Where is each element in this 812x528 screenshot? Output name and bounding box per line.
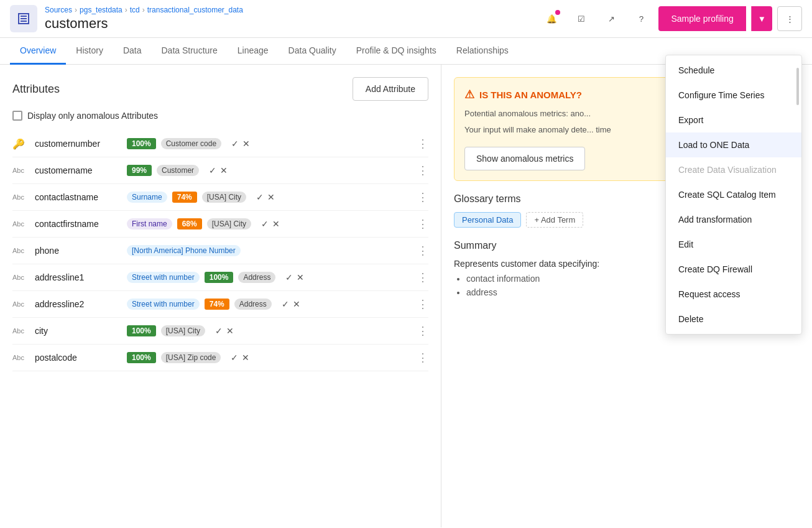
- attr-actions: ✓ ✕: [231, 139, 250, 149]
- filter-label: Display only anomalous Attributes: [27, 111, 158, 121]
- check-button[interactable]: ✓: [256, 192, 264, 202]
- sample-profiling-button[interactable]: Sample profiling: [658, 6, 745, 31]
- dropdown-schedule[interactable]: Schedule: [666, 58, 801, 83]
- attr-name: customername: [35, 165, 122, 175]
- dropdown-edit[interactable]: Edit: [666, 232, 801, 257]
- breadcrumb-pgs[interactable]: pgs_testdata: [80, 6, 122, 14]
- tasks-button[interactable]: ☑: [569, 6, 594, 31]
- row-more-icon[interactable]: ⋮: [417, 324, 428, 338]
- row-more-icon[interactable]: ⋮: [417, 164, 428, 177]
- tab-lineage[interactable]: Lineage: [228, 38, 279, 65]
- attr-actions: ✓ ✕: [215, 326, 234, 336]
- check-button[interactable]: ✓: [215, 326, 223, 336]
- show-anomalous-button[interactable]: Show anomalous metrics: [464, 147, 585, 170]
- question-icon: ?: [639, 14, 644, 24]
- share-button[interactable]: ↗: [599, 6, 624, 31]
- scrollbar: [796, 68, 799, 105]
- attr-actions: ✓ ✕: [282, 299, 300, 309]
- share-icon: ↗: [608, 14, 615, 24]
- attr-name: contactlastname: [35, 192, 122, 202]
- x-button[interactable]: ✕: [272, 219, 280, 229]
- check-button[interactable]: ✓: [231, 353, 238, 363]
- x-button[interactable]: ✕: [267, 192, 275, 202]
- attr-tag: Address: [234, 299, 272, 310]
- attr-actions: ✓ ✕: [285, 272, 304, 282]
- check-button[interactable]: ✓: [282, 299, 289, 309]
- notifications-button[interactable]: 🔔: [539, 6, 564, 31]
- tab-history[interactable]: History: [66, 38, 113, 65]
- dropdown-menu: Schedule Configure Time Series Export Lo…: [665, 55, 802, 335]
- attr-row-contactfirstname: Abc contactfirstname First name 68% [USA…: [12, 211, 428, 238]
- dropdown-create-sql-catalog[interactable]: Create SQL Catalog Item: [666, 182, 801, 207]
- row-more-icon[interactable]: ⋮: [417, 271, 428, 284]
- dropdown-create-dq-firewall[interactable]: Create DQ Firewall: [666, 257, 801, 282]
- attr-actions: ✓ ✕: [209, 165, 228, 175]
- attr-tag: [USA] City: [161, 325, 205, 336]
- row-more-icon[interactable]: ⋮: [417, 190, 428, 204]
- more-options-button[interactable]: ⋮: [777, 6, 802, 31]
- add-term-button[interactable]: + Add Term: [526, 212, 583, 228]
- score-badge: 100%: [127, 138, 156, 149]
- dropdown-export[interactable]: Export: [666, 108, 801, 132]
- glossary-tag-personal-data[interactable]: Personal Data: [454, 212, 521, 228]
- x-button[interactable]: ✕: [293, 299, 300, 309]
- dropdown-request-access[interactable]: Request access: [666, 282, 801, 307]
- attr-row-contactlastname: Abc contactlastname Surname 74% [USA] Ci…: [12, 184, 428, 211]
- table-icon: [10, 5, 37, 32]
- dropdown-add-transformation[interactable]: Add transformation: [666, 207, 801, 232]
- breadcrumb-sources[interactable]: Sources: [45, 6, 72, 14]
- x-button[interactable]: ✕: [226, 326, 234, 336]
- row-more-icon[interactable]: ⋮: [417, 297, 428, 311]
- check-button[interactable]: ✓: [285, 272, 293, 282]
- breadcrumb-tcd[interactable]: tcd: [130, 6, 140, 14]
- key-icon: 🔑: [12, 138, 30, 150]
- row-more-icon[interactable]: ⋮: [417, 137, 428, 151]
- anomalous-filter-checkbox[interactable]: [12, 111, 22, 121]
- header-actions: 🔔 ☑ ↗ ? Sample profiling ▼ ⋮: [539, 6, 802, 31]
- attr-tag: Customer: [157, 165, 199, 176]
- row-more-icon[interactable]: ⋮: [417, 244, 428, 257]
- attributes-header: Attributes Add Attribute: [12, 77, 428, 101]
- tab-data[interactable]: Data: [113, 38, 152, 65]
- label-tag: Street with number: [127, 272, 200, 283]
- check-button[interactable]: ✓: [261, 219, 269, 229]
- attr-tag: Customer code: [161, 138, 221, 149]
- label-tag: First name: [127, 218, 172, 229]
- tab-data-quality[interactable]: Data Quality: [279, 38, 346, 65]
- attr-row-addressline1: Abc addressline1 Street with number 100%…: [12, 264, 428, 291]
- check-button[interactable]: ✓: [209, 165, 216, 175]
- attributes-panel: Attributes Add Attribute Display only an…: [0, 65, 441, 527]
- header: Sources › pgs_testdata › tcd › transacti…: [0, 0, 812, 38]
- row-more-icon[interactable]: ⋮: [417, 351, 428, 364]
- help-button[interactable]: ?: [629, 6, 653, 31]
- tab-data-structure[interactable]: Data Structure: [152, 38, 228, 65]
- add-attribute-button[interactable]: Add Attribute: [353, 77, 428, 101]
- title-area: Sources › pgs_testdata › tcd › transacti…: [45, 6, 532, 32]
- attr-actions: ✓ ✕: [261, 219, 280, 229]
- attr-tag: Address: [238, 272, 275, 283]
- score-badge: 99%: [127, 165, 152, 176]
- check-button[interactable]: ✓: [231, 139, 239, 149]
- x-button[interactable]: ✕: [220, 165, 228, 175]
- tab-overview[interactable]: Overview: [10, 38, 66, 65]
- chevron-down-icon: ▼: [758, 14, 766, 24]
- x-button[interactable]: ✕: [297, 272, 304, 282]
- attr-tag: [USA] City: [202, 192, 246, 203]
- x-button[interactable]: ✕: [242, 139, 250, 149]
- attr-tag: [USA] Zip code: [161, 352, 221, 363]
- row-more-icon[interactable]: ⋮: [417, 217, 428, 231]
- tab-relationships[interactable]: Relationships: [446, 38, 519, 65]
- attr-actions: ✓ ✕: [231, 353, 249, 363]
- type-icon: Abc: [12, 327, 30, 335]
- score-badge: 100%: [127, 352, 156, 363]
- dropdown-delete[interactable]: Delete: [666, 307, 801, 331]
- type-icon: Abc: [12, 193, 30, 201]
- breadcrumb-table[interactable]: transactional_customer_data: [147, 6, 243, 14]
- attr-name: addressline1: [35, 272, 122, 282]
- breadcrumb: Sources › pgs_testdata › tcd › transacti…: [45, 6, 532, 14]
- x-button[interactable]: ✕: [242, 353, 249, 363]
- sample-profiling-dropdown-button[interactable]: ▼: [751, 6, 772, 31]
- tab-profile-dq[interactable]: Profile & DQ insights: [346, 38, 446, 65]
- dropdown-configure-time-series[interactable]: Configure Time Series: [666, 83, 801, 108]
- dropdown-load-one-data[interactable]: Load to ONE Data: [666, 132, 801, 157]
